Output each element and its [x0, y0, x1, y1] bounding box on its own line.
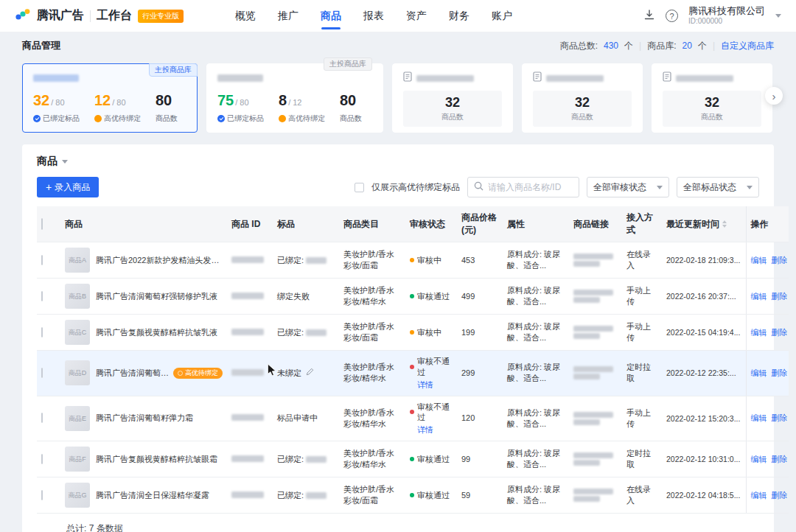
- edit-button[interactable]: 编辑: [751, 455, 767, 463]
- download-icon[interactable]: [643, 9, 655, 24]
- edit-pencil-icon[interactable]: [306, 368, 314, 377]
- product-thumbnail: 商品B: [65, 284, 90, 309]
- product-link-blurred: [573, 419, 600, 425]
- table-row[interactable]: 商品C 腾讯广告复颜视黄醇精粹抗皱乳液 已绑定: 美妆护肤/香水彩妆/面霜 审核…: [37, 315, 789, 351]
- detail-link[interactable]: 详情: [417, 424, 433, 435]
- help-icon[interactable]: ?: [666, 10, 678, 22]
- nav-item-report[interactable]: 报表: [363, 10, 384, 23]
- edition-badge: 行业专业版: [138, 10, 184, 23]
- product-count-label: 商品数: [663, 112, 761, 122]
- product-count: 32: [533, 95, 632, 111]
- page-stats: 商品总数: 430 个 | 商品库: 20 个 | 自定义商品库: [560, 40, 774, 52]
- edit-button[interactable]: 编辑: [751, 413, 767, 422]
- product-thumbnail: 商品C: [65, 320, 90, 345]
- section-title[interactable]: 商品: [37, 155, 759, 168]
- table-row[interactable]: 商品B 腾讯广告清润葡萄籽强韧修护乳液 绑定失败 美妆护肤/香水彩妆/精华水 审…: [37, 279, 789, 315]
- bound-count: 32: [33, 92, 49, 108]
- section-title-text: 商品: [37, 155, 57, 168]
- search-input[interactable]: [488, 182, 573, 192]
- table-row[interactable]: 商品E 腾讯广告清润葡萄籽弹力霜 标品申请中 美妆护肤/香水彩妆/精华水 审核不…: [37, 396, 789, 441]
- product-attrs: 原料成分: 玻尿酸、适合...: [503, 351, 569, 396]
- edit-button[interactable]: 编辑: [751, 491, 767, 500]
- nav-item-overview[interactable]: 概览: [235, 10, 256, 23]
- audit-status-text: 审核不通过: [417, 402, 453, 424]
- library-name-blurred: [416, 75, 474, 82]
- carousel-next-button[interactable]: ›: [765, 87, 783, 105]
- row-checkbox[interactable]: [41, 490, 43, 500]
- delete-button[interactable]: 删除: [772, 256, 788, 265]
- sort-icon[interactable]: [722, 220, 727, 228]
- product-price: 59: [457, 477, 503, 514]
- table-row[interactable]: 商品F 腾讯广告复颜视黄醇精粹抗皱眼霜 已绑定: 美妆护肤/香水彩妆/精华水 审…: [37, 441, 789, 477]
- nav-item-promotion[interactable]: 推广: [278, 10, 298, 23]
- audit-status-text: 审核通过: [417, 490, 450, 501]
- library-card-simple-1[interactable]: 32 商品数: [392, 63, 513, 133]
- chevron-down-icon[interactable]: [775, 14, 781, 18]
- pending-icon: [94, 115, 102, 122]
- pending-total: / 80: [112, 98, 125, 107]
- audit-status-text: 审核不通过: [417, 356, 453, 378]
- library-card-simple-3[interactable]: 32 商品数: [652, 63, 772, 133]
- add-product-label: 录入商品: [55, 181, 90, 194]
- product-name: 腾讯广告清润葡萄籽强韧修护乳液: [96, 291, 217, 302]
- edit-button[interactable]: 编辑: [751, 368, 767, 377]
- delete-button[interactable]: 删除: [772, 292, 788, 301]
- row-checkbox[interactable]: [41, 255, 43, 265]
- account-info[interactable]: 腾讯科技有限公司 ID:000000: [688, 5, 765, 27]
- edit-button[interactable]: 编辑: [751, 256, 767, 265]
- product-link-blurred: [573, 489, 613, 494]
- detail-link[interactable]: 详情: [417, 379, 433, 391]
- bound-total: / 80: [51, 98, 64, 107]
- col-actions: 操作: [746, 206, 789, 242]
- product-category: 美妆护肤/香水彩妆/面霜: [339, 315, 405, 351]
- library-card-main[interactable]: 主投商品库 32/ 80 已绑定标品 12/ 80 高优待绑定 80 商品数: [22, 63, 198, 133]
- product-id-blurred: [231, 329, 264, 335]
- row-checkbox[interactable]: [41, 413, 43, 423]
- nav-item-finance[interactable]: 财务: [449, 10, 469, 23]
- row-checkbox[interactable]: [41, 327, 43, 337]
- product-link-blurred: [573, 412, 613, 418]
- delete-button[interactable]: 删除: [772, 328, 788, 337]
- sku-status: 已绑定:: [277, 328, 304, 337]
- library-card-simple-2[interactable]: 32 商品数: [522, 63, 643, 133]
- sku-status-value: 全部标品状态: [683, 181, 736, 194]
- sku-status: 未绑定: [277, 368, 301, 377]
- filter-checkbox[interactable]: [355, 183, 364, 192]
- product-link-blurred: [573, 460, 600, 466]
- table-row[interactable]: 商品D 腾讯广告清润葡萄籽净透光洁面乳 高优待绑定 未绑定 美妆护肤/香水彩妆/…: [37, 351, 789, 396]
- updated-time: 2022-02-16 20:37:...: [662, 279, 746, 315]
- delete-button[interactable]: 删除: [772, 413, 788, 422]
- library-name-blurred: [676, 75, 733, 82]
- delete-button[interactable]: 删除: [772, 455, 788, 463]
- custom-library-link[interactable]: 自定义商品库: [721, 40, 774, 52]
- stat-pending: 12/ 80 高优待绑定: [94, 92, 141, 124]
- delete-button[interactable]: 删除: [772, 368, 788, 377]
- row-checkbox[interactable]: [41, 454, 43, 464]
- pending-count: 8: [279, 92, 287, 108]
- edit-button[interactable]: 编辑: [751, 292, 767, 301]
- nav-item-product[interactable]: 商品: [321, 10, 341, 23]
- library-count-label: 商品库:: [647, 40, 676, 52]
- edit-button[interactable]: 编辑: [751, 328, 767, 337]
- table-row[interactable]: 商品A 腾讯广告2022新款护发精油头发炭发精油发尾油 已绑定: 美妆护肤/香水…: [37, 242, 789, 279]
- nav-item-account[interactable]: 账户: [492, 10, 512, 23]
- status-dot: [410, 493, 414, 497]
- table-row[interactable]: 商品G 腾讯广告清润全日保湿精华凝露 已绑定: 美妆护肤/香水彩妆/面霜 审核通…: [37, 477, 789, 514]
- select-all-checkbox[interactable]: [41, 218, 43, 230]
- row-checkbox[interactable]: [41, 368, 43, 378]
- library-count-unit: 个: [698, 40, 707, 52]
- toolbar: + 录入商品 仅展示高优待绑定标品 全部审核状态 全部标品状态: [37, 177, 759, 197]
- sku-status-select[interactable]: 全部标品状态: [677, 177, 759, 197]
- delete-button[interactable]: 删除: [772, 491, 788, 500]
- product-thumbnail: 商品G: [65, 483, 90, 508]
- product-price: 99: [457, 441, 503, 477]
- nav-item-asset[interactable]: 资产: [406, 10, 427, 23]
- row-checkbox[interactable]: [41, 291, 43, 301]
- library-count-value: 20: [682, 41, 692, 51]
- library-card-second[interactable]: 主投商品库 75/ 80 已绑定标品 8/ 12 高优待绑定 80 商品数: [206, 63, 383, 133]
- col-sku: 标品: [273, 206, 339, 242]
- product-category: 美妆护肤/香水彩妆/精华水: [339, 351, 405, 396]
- add-product-button[interactable]: + 录入商品: [37, 177, 99, 197]
- audit-status-select[interactable]: 全部审核状态: [587, 177, 669, 197]
- search-icon: [474, 181, 483, 194]
